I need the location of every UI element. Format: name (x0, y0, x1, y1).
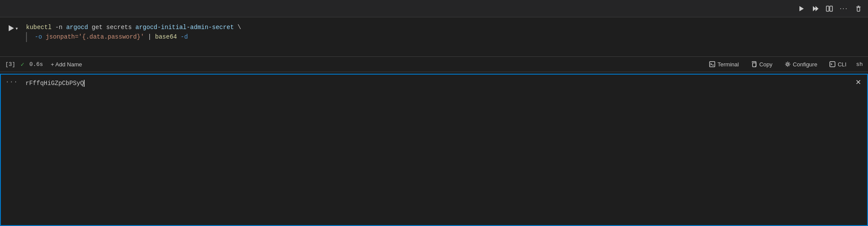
svg-rect-5 (857, 7, 860, 11)
add-name-button[interactable]: + Add Name (48, 60, 85, 69)
check-icon: ✓ (20, 61, 24, 68)
cmd-namespace: argocd (66, 23, 88, 32)
shell-label: sh (856, 61, 863, 68)
svg-rect-3 (826, 6, 829, 11)
run-dropdown-arrow: ▾ (16, 26, 18, 31)
output-close-button[interactable]: ✕ (853, 77, 864, 87)
code-line-2: -o jsonpath='{.data.password}' | base64 … (26, 32, 868, 42)
svg-marker-1 (813, 6, 816, 11)
code-block: ▾ kubectl -n argocd get secrets argocd-i… (0, 17, 868, 56)
cell-number: [3] (5, 61, 15, 68)
output-dots: ··· (1, 75, 22, 225)
copy-button[interactable]: Copy (748, 60, 775, 69)
cmd-flag-d: -d (177, 32, 188, 42)
cmd-get-secrets: get secrets (88, 23, 135, 32)
top-toolbar: ··· (0, 0, 868, 17)
cmd-secret-name: argocd-initial-admin-secret (135, 23, 234, 32)
cmd-pipe: | (144, 32, 155, 42)
run-button[interactable] (796, 3, 808, 14)
execution-time: 0.6s (30, 61, 43, 68)
copy-label: Copy (759, 61, 772, 68)
cmd-base64: base64 (155, 32, 177, 42)
cmd-kubectl: kubectl (26, 23, 52, 32)
run-all-button[interactable] (809, 3, 822, 14)
cursor (84, 80, 85, 87)
copy-icon (751, 61, 757, 67)
delete-button[interactable] (852, 3, 865, 14)
cmd-flag-o: -o (35, 32, 46, 42)
terminal-icon (709, 61, 715, 67)
cmd-flag-n: -n (52, 23, 66, 32)
split-icon (826, 5, 833, 12)
svg-marker-0 (799, 6, 804, 11)
terminal-button[interactable]: Terminal (707, 60, 741, 69)
status-bar: [3] ✓ 0.6s + Add Name Terminal (0, 56, 868, 72)
close-icon: ✕ (855, 79, 861, 86)
configure-label: Configure (793, 61, 817, 68)
svg-marker-8 (9, 25, 14, 31)
output-area: ··· rFffqHiGZpCbPSyQ ✕ (0, 74, 868, 226)
cli-icon (829, 61, 835, 67)
output-content[interactable]: rFffqHiGZpCbPSyQ (22, 75, 867, 225)
terminal-label: Terminal (717, 61, 739, 68)
toolbar-icons: ··· (796, 3, 865, 14)
more-button[interactable]: ··· (837, 3, 851, 14)
add-name-label: + Add Name (51, 61, 82, 68)
code-indent (26, 32, 33, 42)
run-btn-area: ▾ (0, 21, 26, 53)
status-left: [3] ✓ 0.6s + Add Name (5, 60, 85, 69)
cmd-backslash: \ (234, 23, 241, 32)
status-right: Terminal Copy Configure (707, 60, 863, 69)
play-icon (798, 5, 805, 12)
configure-button[interactable]: Configure (782, 60, 820, 69)
cli-button[interactable]: CLI (827, 60, 849, 69)
configure-icon (785, 61, 791, 67)
cell-run-button[interactable]: ▾ (7, 24, 20, 32)
code-content: kubectl -n argocd get secrets argocd-ini… (26, 21, 868, 53)
trash-icon (855, 5, 862, 12)
more-icon: ··· (840, 5, 848, 13)
output-text: rFffqHiGZpCbPSyQ (26, 80, 84, 87)
main-container: ··· ▾ kubectl -n (0, 0, 868, 226)
code-line-1: kubectl -n argocd get secrets argocd-ini… (26, 23, 868, 32)
split-button[interactable] (823, 3, 835, 14)
cell-play-icon (9, 25, 14, 31)
cli-label: CLI (838, 61, 846, 68)
svg-marker-2 (815, 6, 819, 11)
svg-rect-4 (830, 6, 832, 11)
cmd-jsonpath: jsonpath='{.data.password}' (46, 32, 144, 42)
svg-point-12 (786, 63, 789, 66)
play-all-icon (812, 5, 819, 12)
